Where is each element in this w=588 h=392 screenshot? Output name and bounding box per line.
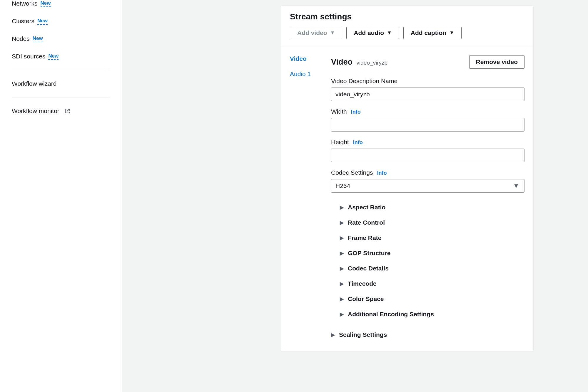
info-link[interactable]: Info [351,109,361,115]
expander-label: Additional Encoding Settings [348,311,434,318]
expander-frame-rate[interactable]: ▶ Frame Rate [340,230,524,245]
add-video-button: Add video ▼ [290,27,342,39]
caret-down-icon: ▼ [330,30,335,36]
remove-video-button[interactable]: Remove video [469,55,524,69]
sidebar-item-label: SDI sources [12,53,45,60]
sidebar-item-label: Nodes [12,35,30,42]
triangle-right-icon: ▶ [340,281,344,287]
new-badge: New [48,53,59,60]
add-caption-button[interactable]: Add caption ▼ [403,27,462,39]
height-input[interactable] [331,149,524,162]
expander-label: Frame Rate [348,234,381,241]
panel-header: Stream settings Add video ▼ Add audio ▼ … [281,6,533,46]
button-label: Add audio [354,29,384,36]
field-video-description-name: Video Description Name [331,78,524,101]
new-badge: New [33,36,43,42]
tab-audio-1[interactable]: Audio 1 [290,70,322,78]
external-link-icon [64,108,71,114]
triangle-right-icon: ▶ [340,311,344,317]
expander-additional-encoding[interactable]: ▶ Additional Encoding Settings [340,307,524,322]
expander-label: Aspect Ratio [348,204,385,211]
width-input[interactable] [331,118,524,132]
sidebar-divider [12,70,110,70]
expander-label: Rate Control [348,219,385,226]
triangle-right-icon: ▶ [340,250,344,256]
new-badge: New [37,18,48,25]
sidebar-item-label: Clusters [12,18,34,25]
expander-rate-control[interactable]: ▶ Rate Control [340,215,524,230]
stream-settings-panel: Stream settings Add video ▼ Add audio ▼ … [281,5,534,351]
triangle-right-icon: ▶ [340,296,344,302]
expander-label: GOP Structure [348,250,390,257]
triangle-right-icon: ▶ [340,220,344,226]
sidebar-item-clusters[interactable]: Clusters New [12,12,110,30]
codec-select-wrapper[interactable]: H264 ▼ [331,179,524,193]
triangle-right-icon: ▶ [340,235,344,241]
field-label: Width Info [331,108,524,115]
form-subtitle: video_viryzb [357,60,388,66]
expander-label: Color Space [348,295,384,302]
triangle-right-icon: ▶ [340,204,344,211]
new-badge: New [41,0,51,7]
tab-video[interactable]: Video [290,55,322,62]
panel-body: Video Audio 1 Video video_viryzb Remove … [281,46,533,351]
sidebar-divider [12,97,110,97]
expander-aspect-ratio[interactable]: ▶ Aspect Ratio [340,200,524,215]
info-link[interactable]: Info [377,170,387,176]
info-link[interactable]: Info [353,139,363,146]
form-heading: Video [331,58,353,66]
button-label: Add video [297,29,327,36]
triangle-right-icon: ▶ [340,265,344,272]
field-width: Width Info [331,108,524,132]
sidebar-item-label: Workflow monitor [12,107,59,115]
main-content: Stream settings Add video ▼ Add audio ▼ … [122,0,588,392]
expander-color-space[interactable]: ▶ Color Space [340,291,524,307]
sidebar-item-sdi-sources[interactable]: SDI sources New [12,48,110,65]
add-audio-button[interactable]: Add audio ▼ [346,27,399,39]
expander-label: Scaling Settings [339,331,387,338]
sidebar-item-networks[interactable]: Networks New [12,0,110,12]
sidebar-item-workflow-monitor[interactable]: Workflow monitor [12,102,110,120]
codec-select[interactable]: H264 [331,179,524,193]
triangle-right-icon: ▶ [331,332,335,338]
field-label: Height Info [331,139,524,146]
form-header: Video video_viryzb Remove video [331,55,524,69]
expander-label: Codec Details [348,265,389,272]
field-label: Video Description Name [331,78,524,85]
expander-gop-structure[interactable]: ▶ GOP Structure [340,245,524,261]
sidebar-item-workflow-wizard[interactable]: Workflow wizard [12,75,110,92]
expander-codec-details[interactable]: ▶ Codec Details [340,261,524,276]
expander-label: Timecode [348,280,377,287]
panel-button-row: Add video ▼ Add audio ▼ Add caption ▼ [290,27,524,39]
form-area: Video video_viryzb Remove video Video De… [322,55,524,342]
sidebar: Networks New Clusters New Nodes New SDI … [0,0,122,392]
expander-timecode[interactable]: ▶ Timecode [340,276,524,291]
button-label: Add caption [411,29,446,36]
field-label: Codec Settings Info [331,169,524,176]
codec-expanders: ▶ Aspect Ratio ▶ Rate Control ▶ Frame Ra… [331,200,524,342]
sidebar-item-label: Workflow wizard [12,80,56,87]
vertical-tabs: Video Audio 1 [290,55,322,342]
form-title: Video video_viryzb [331,58,387,67]
caret-down-icon: ▼ [387,30,392,36]
sidebar-item-label: Networks [12,0,38,7]
caret-down-icon: ▼ [449,30,454,36]
sidebar-item-nodes[interactable]: Nodes New [12,30,110,48]
field-codec-settings: Codec Settings Info H264 ▼ [331,169,524,193]
field-height: Height Info [331,139,524,162]
panel-title: Stream settings [290,12,524,21]
video-description-name-input[interactable] [331,88,524,101]
expander-scaling-settings[interactable]: ▶ Scaling Settings [331,327,524,342]
